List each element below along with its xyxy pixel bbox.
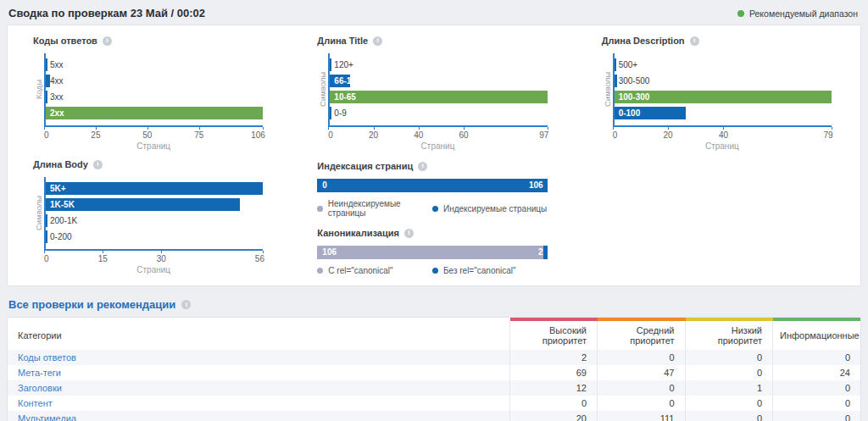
tick-label: 15 bbox=[98, 254, 108, 263]
tick-mark bbox=[103, 251, 103, 253]
category-link[interactable]: Заголовки bbox=[18, 383, 62, 393]
bar-description-length-0[interactable] bbox=[615, 58, 616, 71]
checks-table: КатегорииВысокий приоритетСредний приори… bbox=[8, 318, 860, 421]
table-header-row: КатегорииВысокий приоритетСредний приори… bbox=[8, 319, 860, 350]
value-cell: 69 bbox=[509, 365, 598, 380]
tick-mark bbox=[723, 127, 724, 130]
value-cell: 0 bbox=[773, 350, 861, 365]
info-icon[interactable]: i bbox=[690, 36, 699, 46]
bar-response-codes-2[interactable] bbox=[46, 91, 47, 103]
bar-title-length-0[interactable] bbox=[330, 58, 331, 71]
chart-title-row: Длина Bodyi bbox=[33, 159, 263, 169]
tick-mark bbox=[44, 127, 45, 130]
legend-dot-icon bbox=[432, 268, 438, 274]
category-cell: Контент bbox=[8, 396, 509, 411]
segment-blue[interactable] bbox=[317, 179, 547, 192]
value-cell: 0 bbox=[598, 380, 686, 396]
bar-row: 300-500 bbox=[615, 75, 832, 87]
legend-dot-icon bbox=[317, 268, 323, 274]
segment-value-right: 106 bbox=[529, 179, 543, 192]
bar-body-length-1[interactable] bbox=[46, 198, 240, 211]
category-link[interactable]: Мультимедиа bbox=[18, 413, 76, 421]
bar-category-label: 4xx bbox=[50, 75, 64, 87]
charts-panel: Коды ответовiКоды5xx4xx3xx2xx0255075106С… bbox=[7, 25, 861, 286]
bar-category-label: 10-65 bbox=[334, 91, 356, 103]
bar-category-label: 66-120 bbox=[334, 75, 360, 87]
tick-mark bbox=[263, 127, 264, 130]
bar-category-label: 200-1K bbox=[50, 214, 77, 227]
bar-category-label: 5xx bbox=[50, 58, 64, 71]
chart-title: Каноникализация bbox=[317, 228, 399, 238]
info-icon[interactable]: i bbox=[418, 162, 427, 171]
bar-body-length-0[interactable] bbox=[46, 182, 263, 195]
chart-title-length: Длина TitleiСимволы120+66-12010-650-9020… bbox=[292, 27, 576, 151]
bar-category-label: 0-100 bbox=[619, 107, 641, 119]
section-heading: Все проверки и рекомендации i bbox=[8, 298, 860, 311]
checks-table-panel: КатегорииВысокий приоритетСредний приори… bbox=[7, 317, 861, 421]
x-axis: 0204079 bbox=[613, 127, 832, 141]
category-link[interactable]: Контент bbox=[18, 398, 53, 408]
bar-response-codes-3[interactable] bbox=[46, 107, 263, 119]
tick-label: 0 bbox=[328, 130, 333, 140]
tick-label: 0 bbox=[44, 254, 49, 263]
bar-response-codes-0[interactable] bbox=[46, 58, 47, 71]
tick-mark bbox=[161, 251, 162, 253]
bar-row: 3xx bbox=[46, 91, 263, 103]
y-axis-label: Коды bbox=[33, 53, 44, 151]
bar-category-label: 500+ bbox=[619, 58, 638, 71]
bar-row: 5xx bbox=[46, 58, 263, 71]
info-icon[interactable]: i bbox=[181, 300, 191, 309]
y-axis-label: Символы bbox=[33, 177, 44, 274]
stacked-bar: 0106 bbox=[317, 179, 547, 192]
bar-category-label: 1K-5K bbox=[50, 198, 75, 211]
tick-mark bbox=[668, 127, 669, 130]
category-link[interactable]: Мета-теги bbox=[18, 368, 61, 378]
info-icon[interactable]: i bbox=[93, 160, 103, 169]
bar-body-length-3[interactable] bbox=[46, 230, 47, 243]
tick-label: 20 bbox=[663, 130, 672, 140]
chart-title: Длина Title bbox=[317, 36, 368, 46]
x-axis-label: Страниц bbox=[44, 265, 263, 274]
value-cell: 0 bbox=[685, 396, 773, 411]
legend-label: С rel="canonical" bbox=[328, 266, 392, 275]
tick-label: 79 bbox=[824, 130, 833, 140]
bar-title-length-3[interactable] bbox=[330, 107, 331, 119]
segment-gray[interactable] bbox=[317, 246, 542, 259]
segment-blue[interactable] bbox=[543, 246, 548, 259]
value-cell: 0 bbox=[685, 350, 773, 365]
chart-title-row: Коды ответовi bbox=[33, 36, 263, 46]
bar-category-label: 120+ bbox=[334, 58, 353, 71]
section-title: Все проверки и рекомендации bbox=[8, 298, 175, 311]
category-link[interactable]: Коды ответов bbox=[18, 352, 76, 363]
legend-dot-icon bbox=[317, 206, 322, 212]
bar-row: 0-200 bbox=[46, 230, 263, 243]
tick-mark bbox=[199, 127, 200, 130]
chart-title-row: Индексация страницi bbox=[317, 161, 547, 171]
chart-legend: С rel="canonical"Без rel="canonical" bbox=[317, 266, 547, 275]
tick-mark bbox=[832, 127, 832, 130]
info-icon[interactable]: i bbox=[103, 36, 112, 46]
stacked-bar: 1062 bbox=[317, 246, 547, 259]
tick-label: 50 bbox=[142, 130, 152, 140]
bar-body-length-2[interactable] bbox=[46, 214, 47, 227]
green-dot-icon bbox=[737, 10, 744, 17]
legend-item: Индексируемые страницы bbox=[432, 199, 548, 218]
info-icon[interactable]: i bbox=[404, 229, 414, 238]
column-header-2: Средний приоритет bbox=[598, 319, 686, 350]
bar-description-length-1[interactable] bbox=[615, 75, 617, 87]
column-header-0: Категории bbox=[8, 319, 509, 350]
chart-title: Длина Description bbox=[602, 36, 685, 46]
chart-description-length: Длина DescriptioniСимволы500+300-500100-… bbox=[576, 27, 860, 151]
x-axis: 0255075106 bbox=[44, 127, 263, 141]
tick-mark bbox=[147, 127, 148, 130]
legend-item: Неиндексируемые страницы bbox=[317, 199, 432, 218]
value-cell: 0 bbox=[685, 411, 773, 421]
value-cell: 2 bbox=[509, 350, 598, 365]
info-icon[interactable]: i bbox=[373, 36, 382, 46]
tick-mark bbox=[548, 127, 548, 130]
category-cell: Мультимедиа bbox=[8, 411, 509, 421]
tick-mark bbox=[44, 251, 45, 253]
bar-title-length-2[interactable] bbox=[330, 91, 547, 103]
legend-label: Без rel="canonical" bbox=[443, 266, 516, 275]
bar-row: 5K+ bbox=[46, 182, 263, 195]
